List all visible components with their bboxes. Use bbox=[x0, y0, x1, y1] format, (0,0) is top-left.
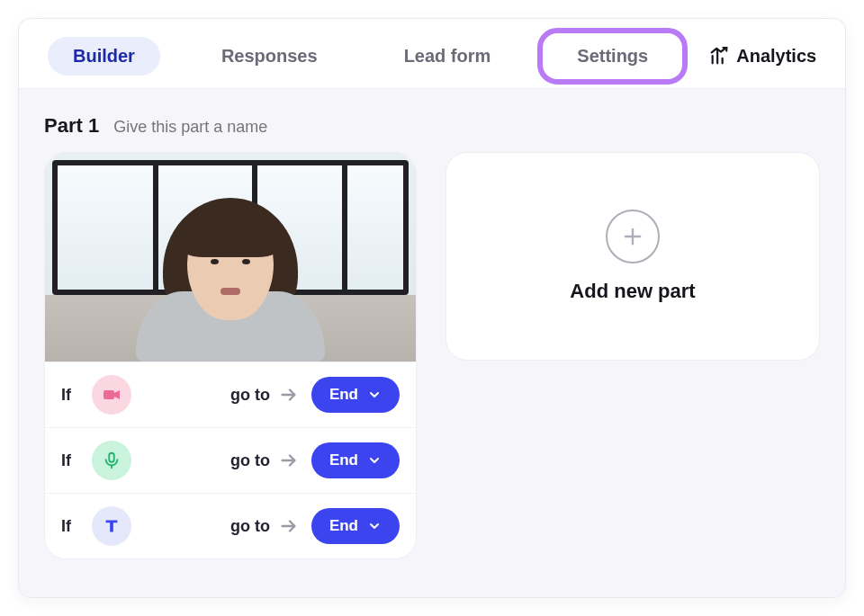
chevron-down-icon bbox=[367, 453, 382, 468]
arrow-right-icon bbox=[279, 516, 299, 536]
app-window: Builder Responses Lead form Settings Ana… bbox=[18, 18, 846, 598]
arrow-right-icon bbox=[279, 451, 299, 470]
rule-row: If go to End bbox=[45, 427, 416, 493]
if-label: If bbox=[61, 451, 79, 470]
columns: If go to End If bbox=[44, 152, 820, 559]
part-title: Part 1 bbox=[44, 114, 99, 138]
video-thumbnail[interactable] bbox=[45, 153, 416, 362]
destination-label: End bbox=[329, 451, 358, 469]
goto-label: go to bbox=[230, 516, 299, 536]
destination-select[interactable]: End bbox=[311, 377, 400, 413]
rule-row: If go to End bbox=[45, 362, 416, 427]
arrow-right-icon bbox=[279, 385, 299, 405]
tab-settings[interactable]: Settings bbox=[552, 37, 673, 76]
tab-bar: Builder Responses Lead form Settings Ana… bbox=[19, 19, 845, 89]
analytics-label: Analytics bbox=[736, 46, 816, 67]
tab-responses[interactable]: Responses bbox=[196, 37, 343, 76]
rule-row: If go to End bbox=[45, 493, 416, 558]
part-header: Part 1 bbox=[44, 114, 820, 138]
if-label: If bbox=[61, 386, 79, 405]
goto-text: go to bbox=[230, 517, 270, 536]
tab-group: Builder Responses Lead form Settings bbox=[48, 37, 673, 76]
tab-builder[interactable]: Builder bbox=[48, 37, 160, 76]
tab-analytics[interactable]: Analytics bbox=[709, 46, 816, 67]
chevron-down-icon bbox=[367, 388, 382, 402]
destination-label: End bbox=[329, 517, 358, 535]
video-icon[interactable] bbox=[92, 375, 131, 415]
part-card: If go to End If bbox=[44, 152, 417, 559]
add-new-part-label: Add new part bbox=[570, 280, 695, 303]
destination-select[interactable]: End bbox=[311, 442, 400, 478]
microphone-icon[interactable] bbox=[92, 441, 131, 480]
analytics-icon bbox=[709, 47, 729, 67]
chevron-down-icon bbox=[367, 519, 382, 533]
part-name-input[interactable] bbox=[113, 118, 347, 137]
if-label: If bbox=[61, 517, 79, 536]
plus-icon bbox=[606, 210, 660, 263]
builder-body: Part 1 bbox=[19, 89, 845, 597]
text-icon[interactable] bbox=[92, 506, 131, 546]
destination-select[interactable]: End bbox=[311, 508, 400, 544]
add-new-part-button[interactable]: Add new part bbox=[446, 152, 820, 361]
goto-text: go to bbox=[230, 451, 270, 470]
destination-label: End bbox=[329, 386, 358, 404]
goto-text: go to bbox=[230, 386, 270, 405]
goto-label: go to bbox=[230, 385, 299, 405]
settings-highlight: Settings bbox=[552, 37, 673, 76]
tab-lead-form[interactable]: Lead form bbox=[379, 37, 517, 76]
goto-label: go to bbox=[230, 451, 299, 470]
svg-rect-1 bbox=[109, 453, 114, 462]
svg-rect-0 bbox=[104, 390, 114, 399]
